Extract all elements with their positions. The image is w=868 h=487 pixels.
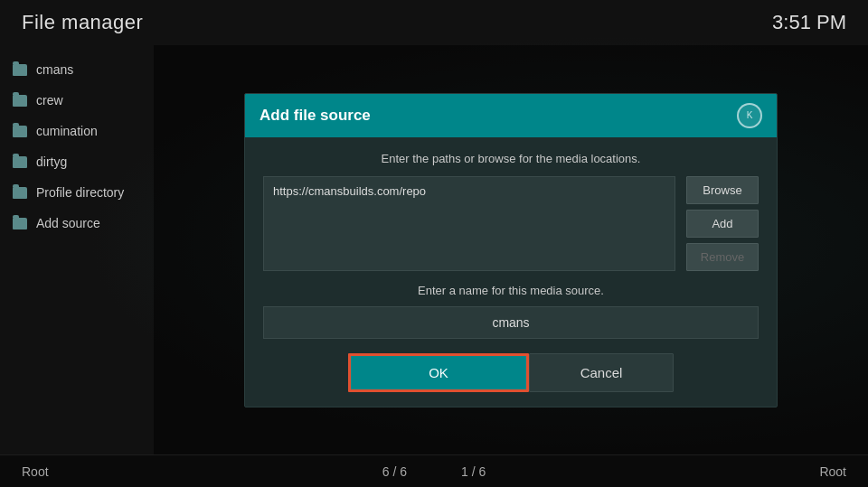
footer-center: 6 / 6 1 / 6 bbox=[382, 464, 486, 479]
sidebar-item-cmans[interactable]: cmans bbox=[0, 54, 154, 85]
sidebar-item-profile-directory[interactable]: Profile directory bbox=[0, 177, 154, 208]
app-title: File manager bbox=[22, 11, 143, 34]
browse-button[interactable]: Browse bbox=[686, 176, 759, 204]
name-input-container[interactable]: cmans bbox=[263, 306, 759, 339]
sidebar-label-cumination: cumination bbox=[36, 124, 98, 138]
folder-icon bbox=[13, 95, 27, 107]
header: File manager 3:51 PM bbox=[0, 0, 868, 45]
folder-icon bbox=[13, 64, 27, 76]
add-file-source-dialog: Add file source K Enter the paths or bro… bbox=[244, 93, 778, 407]
folder-icon bbox=[13, 218, 27, 229]
sidebar-item-add-source[interactable]: Add source bbox=[0, 208, 154, 239]
folder-icon bbox=[13, 187, 27, 199]
kodi-icon: K bbox=[737, 103, 762, 128]
dialog-body: Enter the paths or browse for the media … bbox=[245, 137, 777, 407]
sidebar-label-cmans: cmans bbox=[36, 62, 73, 77]
footer-right: Root bbox=[819, 464, 846, 479]
footer: Root 6 / 6 1 / 6 Root bbox=[0, 454, 868, 487]
path-input-container[interactable]: https://cmansbuilds.com/repo bbox=[263, 176, 675, 271]
footer-center-right: 1 / 6 bbox=[461, 464, 486, 479]
sidebar-item-crew[interactable]: crew bbox=[0, 85, 154, 116]
path-value: https://cmansbuilds.com/repo bbox=[273, 184, 426, 198]
dialog-overlay: Add file source K Enter the paths or bro… bbox=[154, 45, 868, 454]
footer-left: Root bbox=[22, 464, 49, 479]
sidebar-label-crew: crew bbox=[36, 93, 63, 108]
main-content: cmans crew cumination dirtyg Profile dir… bbox=[0, 45, 868, 454]
path-buttons: Browse Add Remove bbox=[686, 176, 759, 271]
name-instruction: Enter a name for this media source. bbox=[263, 284, 759, 297]
dialog-header: Add file source K bbox=[245, 94, 777, 137]
clock: 3:51 PM bbox=[772, 11, 846, 34]
path-area: https://cmansbuilds.com/repo Browse Add … bbox=[263, 176, 759, 271]
center-area: Add file source K Enter the paths or bro… bbox=[154, 45, 868, 454]
sidebar-label-add-source: Add source bbox=[36, 216, 100, 230]
sidebar-label-profile-directory: Profile directory bbox=[36, 185, 124, 200]
ok-button[interactable]: OK bbox=[348, 353, 529, 392]
add-button[interactable]: Add bbox=[686, 210, 759, 238]
app-container: File manager 3:51 PM cmans crew cuminati… bbox=[0, 0, 868, 487]
dialog-buttons: OK Cancel bbox=[263, 353, 759, 392]
sidebar: cmans crew cumination dirtyg Profile dir… bbox=[0, 45, 154, 454]
cancel-button[interactable]: Cancel bbox=[529, 353, 674, 392]
folder-icon bbox=[13, 156, 27, 168]
folder-icon bbox=[13, 126, 27, 137]
remove-button[interactable]: Remove bbox=[686, 243, 759, 271]
path-instruction: Enter the paths or browse for the media … bbox=[263, 152, 759, 165]
dialog-title: Add file source bbox=[259, 107, 371, 125]
sidebar-item-cumination[interactable]: cumination bbox=[0, 116, 154, 146]
sidebar-label-dirtyg: dirtyg bbox=[36, 155, 67, 169]
footer-center-left: 6 / 6 bbox=[382, 464, 407, 479]
name-value: cmans bbox=[492, 315, 529, 330]
sidebar-item-dirtyg[interactable]: dirtyg bbox=[0, 146, 154, 177]
